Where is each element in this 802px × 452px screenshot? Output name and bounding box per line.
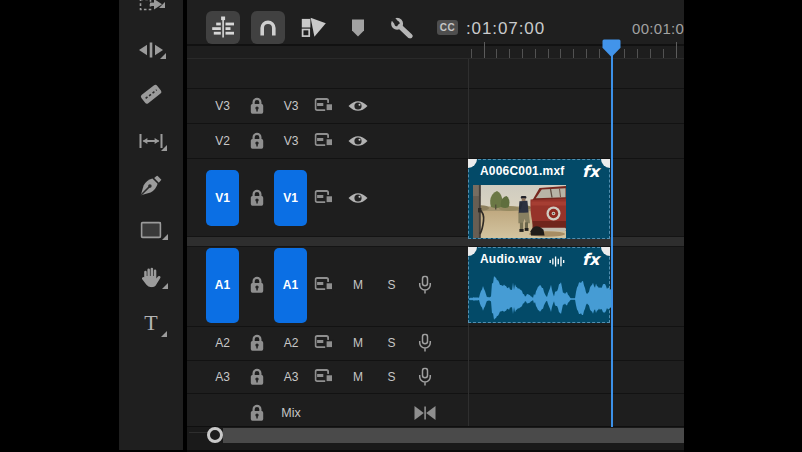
ruler-minor-tick xyxy=(573,49,574,58)
sync-lock-icon[interactable] xyxy=(314,190,333,206)
tool-razor[interactable] xyxy=(119,74,183,114)
track-output-eye-icon[interactable] xyxy=(347,192,368,205)
mute-button[interactable]: M xyxy=(353,278,363,292)
track-name[interactable]: A3 xyxy=(284,370,299,384)
tool-hand[interactable] xyxy=(119,257,183,297)
tool-slip[interactable] xyxy=(119,121,183,161)
voiceover-record-mic-icon[interactable] xyxy=(419,334,432,353)
ruler-minor-tick xyxy=(522,49,523,58)
solo-button[interactable]: S xyxy=(387,278,395,292)
track-name[interactable]: A2 xyxy=(284,336,299,350)
track-lock-icon[interactable] xyxy=(249,189,265,208)
track-target-button-v1[interactable]: V1 xyxy=(274,170,307,226)
video-clip-thumbnail xyxy=(473,185,566,238)
source-track-indicator-a1[interactable]: A1 xyxy=(206,248,239,323)
source-track-indicator[interactable]: A2 xyxy=(215,336,230,350)
track-header-mix: Mix xyxy=(187,394,684,426)
source-track-indicator[interactable]: V3 xyxy=(215,99,230,113)
tool-flyout-indicator xyxy=(162,234,168,240)
track-header-a3: A3 A3 M S xyxy=(187,361,684,394)
ruler-major-tick xyxy=(676,42,677,58)
source-track-indicator-v1[interactable]: V1 xyxy=(206,170,239,226)
ruler-minor-tick xyxy=(509,49,510,58)
svg-text:T: T xyxy=(144,312,158,334)
audio-clip-title: Audio.wav xyxy=(480,252,542,266)
source-track-indicator[interactable]: V2 xyxy=(215,134,230,148)
track-output-eye-icon[interactable] xyxy=(347,99,368,112)
track-area-top-space xyxy=(187,59,684,88)
keyframe-navigator-icon[interactable] xyxy=(414,405,437,420)
sequence-start-gridline xyxy=(468,59,469,426)
tool-rectangle[interactable] xyxy=(119,210,183,250)
zoom-handle-knob[interactable] xyxy=(207,427,223,443)
tool-flyout-indicator xyxy=(161,145,167,151)
sync-lock-icon[interactable] xyxy=(314,277,333,293)
tool-pen[interactable] xyxy=(119,166,183,206)
hand-icon xyxy=(140,267,162,288)
ruler-minor-tick xyxy=(496,49,497,58)
track-lock-icon[interactable] xyxy=(249,96,265,115)
track-header-v3: V3 V3 xyxy=(187,89,684,123)
marker-icon xyxy=(352,19,365,37)
voiceover-record-mic-icon[interactable] xyxy=(419,276,432,295)
linked-selection-button[interactable] xyxy=(297,11,331,44)
ruler-minor-tick xyxy=(560,49,561,58)
track-lock-icon[interactable] xyxy=(249,403,265,422)
playhead-line xyxy=(611,47,613,427)
mute-button[interactable]: M xyxy=(353,336,363,350)
timeline-display-settings-button[interactable] xyxy=(385,11,419,44)
tools-panel: T xyxy=(119,0,183,450)
solo-button[interactable]: S xyxy=(387,336,395,350)
audio-waveform-badge-icon xyxy=(549,255,566,268)
track-lock-icon[interactable] xyxy=(249,334,265,353)
ruler-minor-tick xyxy=(637,49,638,58)
fx-badge: fx xyxy=(582,250,599,269)
sync-lock-icon[interactable] xyxy=(314,369,333,385)
track-output-eye-icon[interactable] xyxy=(347,134,368,147)
source-track-indicator[interactable]: A3 xyxy=(215,370,230,384)
ruler-minor-tick xyxy=(535,49,536,58)
pen-icon xyxy=(140,176,162,197)
voiceover-record-mic-icon[interactable] xyxy=(419,367,432,386)
sync-lock-icon[interactable] xyxy=(314,133,333,149)
solo-button[interactable]: S xyxy=(387,370,395,384)
razor-icon xyxy=(138,82,164,106)
clip-corner-notch xyxy=(601,247,610,256)
mute-button[interactable]: M xyxy=(353,370,363,384)
tool-type[interactable]: T xyxy=(119,303,183,343)
captions-badge[interactable]: CC xyxy=(437,20,458,35)
audio-clip[interactable]: Audio.wav fx xyxy=(468,247,610,323)
tool-flyout-indicator xyxy=(159,2,165,8)
tool-flyout-indicator xyxy=(162,283,168,289)
snap-button[interactable] xyxy=(251,11,285,44)
tool-ripple-edit[interactable] xyxy=(119,30,183,70)
horizontal-scrollbar[interactable] xyxy=(223,428,684,444)
ruler-minor-tick xyxy=(586,49,587,58)
horizontal-scroll-area xyxy=(187,427,684,450)
timeline-panel: CC :01:07:00 00:01:0 V3 V3 xyxy=(187,0,684,452)
ruler-minor-tick xyxy=(650,49,651,58)
clip-corner-notch xyxy=(601,159,610,168)
mix-track-name[interactable]: Mix xyxy=(281,406,300,420)
playhead-timecode[interactable]: :01:07:00 xyxy=(466,0,545,44)
clip-corner-notch xyxy=(468,159,477,168)
video-clip[interactable]: A006C001.mxf fx xyxy=(468,159,610,239)
track-name[interactable]: V3 xyxy=(284,134,299,148)
insert-overwrite-as-nest-button[interactable] xyxy=(206,11,240,44)
ruler-minor-tick xyxy=(471,49,472,58)
tool-flyout-indicator xyxy=(160,53,166,59)
sync-lock-icon[interactable] xyxy=(314,335,333,351)
ruler-minor-tick xyxy=(599,49,600,58)
sync-lock-icon[interactable] xyxy=(314,98,333,114)
timeline-toolbar: CC :01:07:00 00:01:0 xyxy=(187,0,684,44)
track-lock-icon[interactable] xyxy=(249,131,265,150)
track-name[interactable]: V3 xyxy=(284,99,299,113)
track-lock-icon[interactable] xyxy=(249,276,265,295)
clip-corner-notch xyxy=(468,247,477,256)
track-lock-icon[interactable] xyxy=(249,367,265,386)
add-marker-button[interactable] xyxy=(341,11,375,44)
tool-track-select-forward[interactable] xyxy=(119,0,183,29)
playhead-handle[interactable] xyxy=(602,39,621,57)
video-clip-title: A006C001.mxf xyxy=(480,164,564,178)
track-target-button-a1[interactable]: A1 xyxy=(274,248,307,323)
